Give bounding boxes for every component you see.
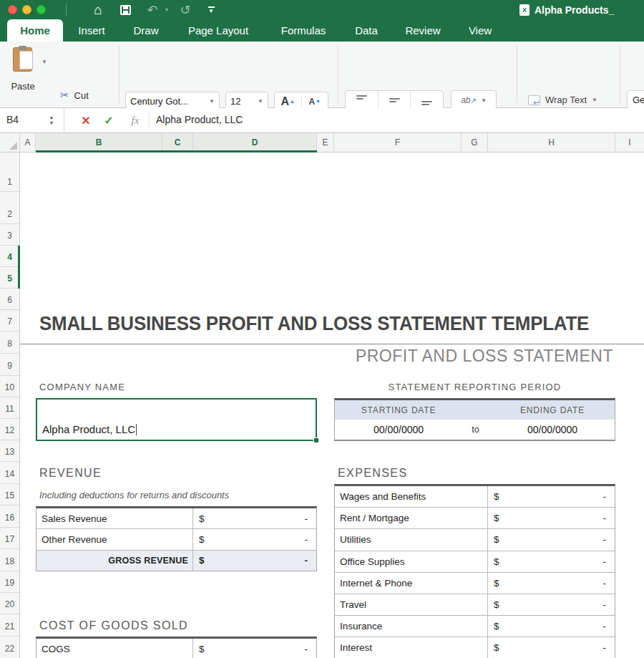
table-row[interactable]: Internet & Phone$-	[335, 573, 615, 594]
expense-row-label[interactable]: Insurance	[335, 616, 488, 637]
orientation-button[interactable]: ab↗ ▼	[451, 90, 497, 110]
row-header-15[interactable]: 15	[0, 484, 19, 505]
column-header-g[interactable]: G	[462, 133, 488, 152]
align-middle-button[interactable]	[378, 91, 411, 110]
table-row[interactable]: Rent / Mortgage$-	[335, 508, 615, 529]
column-header-a[interactable]: A	[20, 133, 36, 152]
expense-row-label[interactable]: Internet & Phone	[335, 573, 488, 594]
column-header-f[interactable]: F	[334, 133, 462, 152]
amount-cell[interactable]: -	[305, 644, 308, 654]
expense-row-label[interactable]: Utilities	[335, 529, 488, 550]
paste-dropdown-caret[interactable]: ▼	[42, 59, 47, 65]
row-header-3[interactable]: 3	[0, 224, 19, 246]
tab-data[interactable]: Data	[349, 19, 384, 42]
selection-fill-handle[interactable]	[313, 437, 319, 443]
amount-cell[interactable]: -	[603, 556, 607, 567]
save-icon[interactable]	[115, 0, 135, 19]
row-header-5[interactable]: 5	[0, 267, 19, 289]
zoom-window-button[interactable]	[36, 5, 46, 14]
column-header-d[interactable]: D	[193, 133, 317, 152]
table-row[interactable]: COGS $-	[36, 639, 316, 658]
insert-function-icon[interactable]: fx	[126, 108, 145, 132]
row-header-11[interactable]: 11	[0, 397, 19, 419]
row-header-1[interactable]: 1	[0, 153, 19, 192]
column-header-c[interactable]: C	[162, 133, 193, 152]
cogs-section-label[interactable]: COST OF GOODS SOLD	[39, 614, 188, 637]
decrease-font-button[interactable]: A▼	[301, 97, 328, 107]
company-name-label[interactable]: COMPANY NAME	[39, 377, 125, 398]
row-header-2[interactable]: 2	[0, 192, 19, 224]
row-header-22[interactable]: 22	[0, 637, 19, 658]
row-header-8[interactable]: 8	[0, 332, 19, 354]
paste-button[interactable]	[13, 47, 32, 72]
expense-row-label[interactable]: Interest	[335, 637, 488, 658]
revenue-note[interactable]: Including deductions for returns and dis…	[39, 484, 229, 506]
row-header-4[interactable]: 4	[0, 246, 19, 267]
expense-row-label[interactable]: Office Supplies	[335, 551, 488, 572]
name-box-stepper[interactable]: ▲▼	[43, 111, 60, 130]
table-row[interactable]: Utilities$-	[335, 529, 615, 551]
name-box[interactable]: B4 ▲▼	[0, 108, 64, 132]
tab-view[interactable]: View	[462, 19, 498, 42]
amount-cell[interactable]: -	[603, 642, 607, 653]
row-header-20[interactable]: 20	[0, 593, 19, 614]
starting-date-header[interactable]: STARTING DATE	[335, 400, 462, 420]
select-all-corner[interactable]	[0, 133, 20, 152]
row-header-14[interactable]: 14	[0, 462, 19, 484]
table-row[interactable]: Insurance$-	[335, 616, 615, 637]
company-name-cell[interactable]: Alpha Product, LLC	[36, 398, 317, 441]
expense-row-label[interactable]: Wages and Benefits	[335, 486, 488, 507]
row-header-12[interactable]: 12	[0, 419, 19, 440]
paste-label[interactable]: Paste	[7, 81, 39, 92]
row-header-18[interactable]: 18	[0, 549, 19, 571]
increase-font-button[interactable]: A▲	[275, 95, 301, 108]
amount-cell[interactable]: -	[603, 599, 607, 610]
column-header-h[interactable]: H	[488, 133, 615, 152]
tab-insert[interactable]: Insert	[72, 19, 112, 42]
table-row[interactable]: Sales Revenue $-	[36, 508, 316, 529]
revenue-row-label[interactable]: Sales Revenue	[36, 508, 193, 528]
expense-row-label[interactable]: Travel	[335, 594, 488, 615]
wrap-text-button[interactable]: Wrap Text ▼	[528, 95, 597, 105]
undo-dropdown-caret[interactable]: ▾	[163, 0, 170, 19]
undo-icon[interactable]: ↶	[143, 0, 162, 19]
row-header-21[interactable]: 21	[0, 614, 19, 637]
table-row[interactable]: Other Revenue $-	[36, 529, 316, 550]
formula-input[interactable]: Alpha Product, LLC	[156, 114, 243, 125]
column-header-i[interactable]: I	[615, 133, 644, 152]
home-icon[interactable]: ⌂	[88, 0, 108, 19]
row-header-10[interactable]: 10	[0, 376, 19, 397]
amount-cell[interactable]: -	[603, 491, 607, 502]
row-header-7[interactable]: 7	[0, 310, 19, 332]
worksheet-grid[interactable]: SMALL BUSINESS PROFIT AND LOSS STATEMENT…	[0, 153, 644, 658]
table-row[interactable]: Travel$-	[335, 594, 615, 616]
revenue-section-label[interactable]: REVENUE	[39, 463, 102, 484]
tab-page-layout[interactable]: Page Layout	[180, 19, 256, 42]
reporting-period-table[interactable]: STARTING DATE ENDING DATE 00/00/0000 to …	[334, 398, 615, 441]
row-header-9[interactable]: 9	[0, 354, 19, 376]
tab-draw[interactable]: Draw	[126, 19, 166, 42]
row-header-16[interactable]: 16	[0, 505, 19, 528]
sheet-title[interactable]: SMALL BUSINESS PROFIT AND LOSS STATEMENT…	[39, 313, 589, 335]
redo-icon[interactable]: ↺	[176, 0, 195, 19]
align-bottom-button[interactable]	[410, 91, 443, 110]
column-header-b[interactable]: B	[36, 133, 162, 152]
amount-cell[interactable]: -	[603, 513, 607, 523]
minimize-window-button[interactable]	[22, 5, 31, 14]
row-header-6[interactable]: 6	[0, 289, 19, 310]
table-row[interactable]: Wages and Benefits$-	[335, 486, 615, 508]
reporting-period-label[interactable]: STATEMENT REPORTING PERIOD	[334, 377, 615, 398]
ending-date-header[interactable]: ENDING DATE	[489, 400, 616, 420]
amount-cell[interactable]: -	[305, 555, 308, 566]
expenses-section-label[interactable]: EXPENSES	[338, 463, 407, 484]
cancel-entry-icon[interactable]: ✕	[77, 108, 94, 132]
expense-row-label[interactable]: Rent / Mortgage	[335, 508, 488, 528]
table-total-row[interactable]: GROSS REVENUE $-	[36, 551, 316, 571]
close-window-button[interactable]	[8, 5, 17, 14]
gross-revenue-label[interactable]: GROSS REVENUE	[36, 551, 193, 571]
amount-cell[interactable]: -	[305, 513, 308, 524]
amount-cell[interactable]: -	[603, 578, 607, 589]
tab-review[interactable]: Review	[401, 19, 445, 42]
align-top-button[interactable]	[346, 91, 378, 110]
row-header-19[interactable]: 19	[0, 571, 19, 593]
